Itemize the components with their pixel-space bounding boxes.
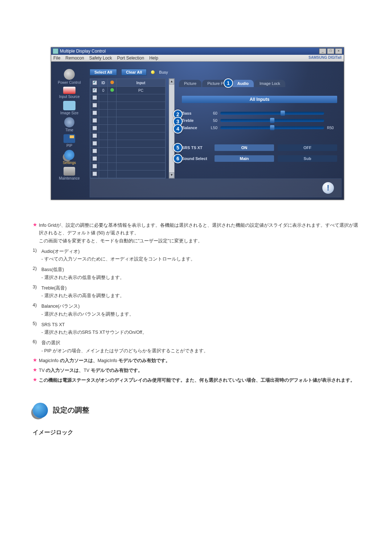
app-icon	[53, 48, 58, 54]
tab-picture[interactable]: Picture	[179, 80, 201, 87]
menubar: File Remocon Safety Lock Port Selection …	[51, 55, 344, 62]
select-all-button[interactable]: Select All	[90, 69, 117, 75]
sidebar-item-image-size[interactable]: Image Size	[51, 101, 87, 115]
col-input: Input	[117, 79, 166, 87]
callout-4: 4	[173, 124, 183, 134]
item-title: Audio(オーディオ)	[41, 248, 359, 255]
tab-audio[interactable]: 1 Audio	[232, 80, 254, 87]
sidebar-item-maintenance[interactable]: Maintenance	[51, 167, 87, 180]
list-item: 3) Treble(高音) - 選択された表示の高音を調整します。	[33, 284, 359, 300]
sidebar-item-time[interactable]: Time	[51, 117, 87, 132]
sidebar-item-input[interactable]: Input Source	[51, 87, 87, 99]
bass-slider[interactable]	[220, 112, 324, 115]
status-dot-icon	[110, 88, 114, 92]
row-checkbox[interactable]	[93, 111, 97, 115]
sidebar-item-settings[interactable]: Settings	[51, 150, 87, 165]
callout-5: 5	[173, 143, 183, 152]
item-number: 4)	[33, 303, 41, 318]
menu-help[interactable]: Help	[149, 56, 158, 61]
status-bar: !	[90, 178, 342, 197]
bass-value: 60	[207, 111, 217, 115]
scroll-down-icon[interactable]: ▼	[169, 172, 174, 178]
table-row[interactable]: 0 PC	[90, 87, 166, 94]
slider-thumb-icon[interactable]	[270, 125, 274, 130]
list-item: 1) Audio(オーディオ) - すべての入力ソースのために、オーディオ設定を…	[33, 248, 359, 263]
menu-file[interactable]: File	[53, 56, 60, 61]
cell-input: PC	[117, 87, 166, 94]
row-checkbox[interactable]	[93, 88, 97, 93]
info-icon[interactable]: !	[322, 182, 334, 194]
item-number: 5)	[33, 321, 41, 337]
item-title: Balance(バランス)	[41, 303, 359, 310]
list-item: 5) SRS TS XT - 選択された表示のSRS TS XTサウンドのOn/…	[33, 321, 359, 337]
tab-image-lock[interactable]: Image Lock	[254, 80, 285, 87]
treble-row: 3 Treble 50	[182, 118, 337, 123]
row-checkbox[interactable]	[93, 103, 97, 107]
minimize-button[interactable]: _	[319, 48, 326, 54]
busy-indicator-icon	[151, 70, 155, 74]
section-heading: 設定の調整	[33, 403, 359, 418]
info-grid-desc: Info Gridが、設定の調整に必要な基本情報を表示します。各機能は選択される…	[39, 222, 359, 245]
header-checkbox[interactable]	[93, 81, 97, 85]
clear-all-button[interactable]: Clear All	[121, 69, 147, 75]
star-icon: ★	[33, 222, 37, 245]
item-number: 6)	[33, 339, 41, 355]
sound-select-label: Sound Select	[182, 156, 211, 161]
settings-icon	[64, 150, 74, 160]
balance-slider[interactable]	[220, 126, 324, 129]
item-title: Treble(高音)	[41, 284, 359, 292]
list-item: 4) Balance(バランス) - 選択された表示のバランスを調整します。	[33, 303, 359, 318]
section-subtitle: イメージロック	[33, 429, 359, 436]
note-power: この機能は電源ステータスがオンのディスプレイのみ使用可能です。また、何も選択され…	[39, 377, 359, 384]
menu-safety-lock[interactable]: Safety Lock	[89, 56, 112, 61]
sidebar-label: Time	[65, 128, 73, 132]
star-icon: ★	[33, 367, 37, 374]
row-checkbox[interactable]	[93, 126, 97, 130]
brand-label: SAMSUNG DIGITall	[309, 56, 342, 59]
slider-thumb-icon[interactable]	[270, 118, 274, 123]
item-body: - 選択された表示の高音を調整します。	[41, 292, 359, 300]
row-checkbox[interactable]	[93, 134, 97, 138]
row-checkbox[interactable]	[93, 164, 97, 168]
slider-thumb-icon[interactable]	[281, 111, 285, 116]
item-title: 音の選択	[41, 339, 359, 347]
srs-label: SRS TS XT	[182, 145, 211, 150]
row-checkbox[interactable]	[93, 118, 97, 123]
col-id: ID	[99, 79, 108, 87]
row-checkbox[interactable]	[93, 172, 97, 176]
window-title: Multiple Display Control	[60, 49, 106, 54]
row-checkbox[interactable]	[93, 141, 97, 145]
settings-section-icon	[33, 403, 48, 418]
treble-slider[interactable]	[220, 119, 324, 122]
image-size-icon	[63, 101, 75, 110]
menu-remocon[interactable]: Remocon	[65, 56, 84, 61]
srs-off-button[interactable]: OFF	[278, 144, 337, 151]
sidebar-item-pip[interactable]: PIP	[51, 134, 87, 148]
item-title: SRS TS XT	[41, 321, 359, 329]
all-inputs-button[interactable]: All Inputs	[182, 96, 337, 103]
row-checkbox[interactable]	[93, 95, 97, 100]
sidebar-label: Input Source	[59, 95, 80, 99]
sound-main-button[interactable]: Main	[215, 155, 274, 162]
scroll-up-icon[interactable]: ▲	[169, 79, 174, 85]
srs-on-button[interactable]: ON	[215, 144, 274, 151]
note-tv: TV の入力ソースは、TV モデルでのみ有効です。	[39, 367, 359, 374]
menu-port-selection[interactable]: Port Selection	[117, 56, 144, 61]
detail-panel: Picture Picture PC 1 Audio Image Lock Al…	[177, 78, 342, 178]
close-button[interactable]: ×	[335, 48, 342, 54]
sidebar-item-power[interactable]: Power Control	[51, 69, 87, 85]
power-icon	[64, 69, 75, 80]
maximize-button[interactable]: □	[327, 48, 334, 54]
sidebar-label: Maintenance	[59, 176, 79, 180]
item-body: - 選択された表示の低音を調整します。	[41, 274, 359, 282]
app-window: Multiple Display Control _ □ × File Remo…	[51, 47, 344, 200]
row-checkbox[interactable]	[93, 156, 97, 161]
section-title: 設定の調整	[53, 405, 89, 415]
row-checkbox[interactable]	[93, 149, 97, 153]
sound-sub-button[interactable]: Sub	[278, 155, 337, 162]
bass-label: Bass	[182, 111, 204, 115]
status-header-icon	[110, 81, 114, 84]
item-number: 1)	[33, 248, 41, 263]
callout-6: 6	[173, 154, 183, 163]
sidebar-label: PIP	[66, 144, 72, 148]
